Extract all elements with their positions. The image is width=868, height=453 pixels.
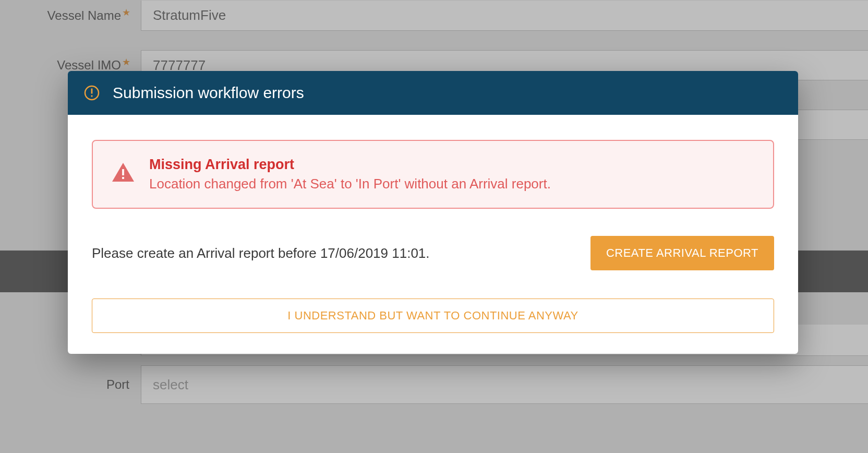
continue-anyway-button[interactable]: I UNDERSTAND BUT WANT TO CONTINUE ANYWAY bbox=[92, 299, 774, 333]
svg-rect-1 bbox=[91, 89, 93, 94]
prompt-text: Please create an Arrival report before 1… bbox=[92, 245, 430, 261]
action-row: Please create an Arrival report before 1… bbox=[92, 236, 774, 270]
modal-title: Submission workflow errors bbox=[113, 84, 304, 102]
alert-title: Missing Arrival report bbox=[149, 157, 551, 173]
workflow-errors-modal: Submission workflow errors Missing Arriv… bbox=[68, 71, 798, 354]
modal-body: Missing Arrival report Location changed … bbox=[68, 115, 798, 354]
error-alert: Missing Arrival report Location changed … bbox=[92, 140, 774, 209]
warning-circle-icon bbox=[83, 85, 100, 101]
warning-triangle-icon bbox=[112, 162, 135, 183]
modal-header: Submission workflow errors bbox=[68, 71, 798, 115]
svg-rect-4 bbox=[122, 169, 124, 175]
create-arrival-report-button[interactable]: CREATE ARRIVAL REPORT bbox=[590, 236, 774, 270]
alert-description: Location changed from 'At Sea' to 'In Po… bbox=[149, 176, 551, 192]
svg-rect-5 bbox=[122, 177, 124, 179]
alert-text-block: Missing Arrival report Location changed … bbox=[149, 157, 551, 192]
svg-rect-2 bbox=[91, 96, 93, 97]
